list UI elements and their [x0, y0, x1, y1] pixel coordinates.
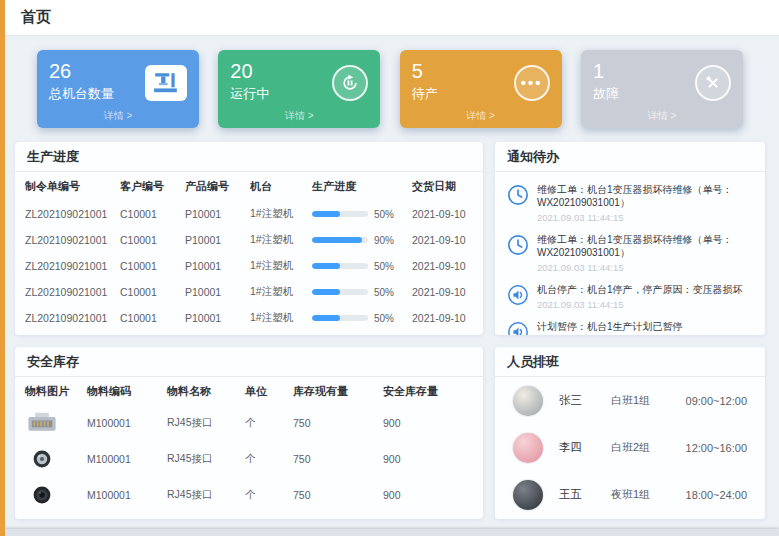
progress-percent: 90%	[374, 235, 394, 246]
machine-name: 1#注塑机	[250, 259, 312, 273]
col-machine: 机台	[250, 179, 312, 194]
panel-title: 生产进度	[15, 142, 483, 172]
shift-group: 白班2组	[611, 440, 685, 455]
notification-list: 维修工单：机台1变压器损坏待维修（单号：WX202109031001） 2021…	[495, 172, 765, 335]
progress-cell: 50%	[312, 209, 412, 220]
progress-cell: 50%	[312, 313, 412, 324]
table-row: ZL202109021001 C10001 P10001 1#注塑机 50% 2…	[15, 201, 483, 227]
safety-stock-panel: 安全库存 物料图片 物料编码 物料名称 单位 库存现有量 安全库存量	[15, 347, 483, 519]
product-no: P10001	[185, 208, 250, 220]
personnel-schedule-panel: 人员排班 张三 白班1组 09:00~12:00 李四 白班2组 12:00~1…	[495, 347, 765, 519]
machine-name: 1#注塑机	[250, 207, 312, 221]
notification-text: 计划暂停：机台1生产计划已暂停	[537, 320, 683, 333]
avatar	[513, 386, 543, 416]
unit: 个	[245, 416, 293, 430]
notification-text: 维修工单：机台1变压器损坏待维修（单号：WX202109031001）	[537, 233, 753, 259]
dashboard-page: 首页 26 总机台数量 详情 > 20	[5, 0, 779, 529]
machine-name: 1#注塑机	[250, 233, 312, 247]
clock-icon	[507, 184, 529, 206]
shift-group: 白班1组	[611, 393, 685, 408]
col-safety-stock: 安全库存量	[383, 384, 473, 399]
order-no: ZL202109021001	[25, 286, 120, 298]
material-code: M100001	[87, 417, 167, 429]
notification-time: 2021.09.03 11:44:15	[537, 212, 753, 223]
clock-icon	[507, 234, 529, 256]
stat-cards-row: 26 总机台数量 详情 > 20 运行中	[15, 50, 765, 128]
col-current-stock: 库存现有量	[293, 384, 383, 399]
notification-item[interactable]: 维修工单：机台1变压器损坏待维修（单号：WX202109031001） 2021…	[507, 228, 753, 278]
schedule-row: 李四 白班2组 12:00~16:00	[495, 424, 765, 471]
table-row: ZL202109021001 C10001 P10001 1#注塑机 50% 2…	[15, 305, 483, 331]
product-no: P10001	[185, 286, 250, 298]
progress-percent: 50%	[374, 313, 394, 324]
notification-item[interactable]: 计划暂停：机台1生产计划已暂停 2021.09.03 11:44:15	[507, 315, 753, 335]
material-code: M100001	[87, 453, 167, 465]
delivery-date: 2021-09-10	[412, 260, 473, 272]
stat-card-total-machines: 26 总机台数量 详情 >	[37, 50, 199, 128]
order-no: ZL202109021001	[25, 260, 120, 272]
unit: 个	[245, 452, 293, 466]
material-image-connector	[25, 446, 59, 472]
delivery-date: 2021-09-10	[412, 286, 473, 298]
customer-no: C10001	[120, 260, 185, 272]
table-row: ZL202109021001 C10001 P10001 1#注塑机 50% 2…	[15, 279, 483, 305]
notification-item[interactable]: 机台停产：机台1停产，停产原因：变压器损坏 2021.09.03 11:44:1…	[507, 278, 753, 315]
col-order: 制令单编号	[25, 179, 120, 194]
material-image-speaker	[25, 482, 59, 508]
progress-percent: 50%	[374, 209, 394, 220]
table-row: ZL202109021001 C10001 P10001 1#注塑机 50% 2…	[15, 253, 483, 279]
order-no: ZL202109021001	[25, 234, 120, 246]
progress-cell: 90%	[312, 235, 412, 246]
current-stock: 750	[293, 453, 383, 465]
table-header: 物料图片 物料编码 物料名称 单位 库存现有量 安全库存量	[15, 377, 483, 405]
notification-item[interactable]: 维修工单：机台1变压器损坏待维修（单号：WX202109031001） 2021…	[507, 178, 753, 228]
progress-bar	[312, 315, 368, 321]
customer-no: C10001	[120, 286, 185, 298]
safety-stock: 900	[383, 453, 473, 465]
panels-grid: 生产进度 制令单编号 客户编号 产品编号 机台 生产进度 交货日期 ZL2021…	[15, 142, 765, 519]
col-unit: 单位	[245, 384, 293, 399]
progress-bar	[312, 237, 368, 243]
detail-link[interactable]: 详情 >	[37, 109, 199, 123]
employee-name: 王五	[559, 487, 611, 502]
notification-text: 维修工单：机台1变压器损坏待维修（单号：WX202109031001）	[537, 183, 753, 209]
progress-percent: 50%	[374, 261, 394, 272]
product-no: P10001	[185, 312, 250, 324]
panel-title: 人员排班	[495, 347, 765, 377]
customer-no: C10001	[120, 234, 185, 246]
progress-bar	[312, 211, 368, 217]
delivery-date: 2021-09-10	[412, 234, 473, 246]
table-row: M100001 RJ45接口 个 750 900	[15, 405, 483, 441]
avatar	[513, 480, 543, 510]
progress-cell: 50%	[312, 261, 412, 272]
machine-name: 1#注塑机	[250, 311, 312, 325]
panel-title: 通知待办	[495, 142, 765, 172]
col-customer: 客户编号	[120, 179, 185, 194]
col-date: 交货日期	[412, 179, 473, 194]
tools-icon	[695, 65, 731, 101]
avatar	[513, 433, 543, 463]
detail-link[interactable]: 详情 >	[581, 109, 743, 123]
detail-link[interactable]: 详情 >	[400, 109, 562, 123]
notifications-panel: 通知待办 维修工单：机台1变压器损坏待维修（单号：WX202109031001）…	[495, 142, 765, 335]
employee-name: 张三	[559, 393, 611, 408]
col-material-name: 物料名称	[167, 384, 245, 399]
shift-group: 夜班1组	[611, 487, 685, 502]
stat-card-standby: 5 待产 ••• 详情 >	[400, 50, 562, 128]
page-title: 首页	[21, 8, 51, 27]
window-left-edge	[0, 0, 5, 536]
page-header: 首页	[5, 0, 779, 36]
shift-time: 09:00~12:00	[685, 395, 747, 407]
order-no: ZL202109021001	[25, 208, 120, 220]
progress-bar	[312, 289, 368, 295]
stat-card-running: 20 运行中 详情 >	[218, 50, 380, 128]
safety-stock: 900	[383, 417, 473, 429]
col-product: 产品编号	[185, 179, 250, 194]
delivery-date: 2021-09-10	[412, 208, 473, 220]
detail-link[interactable]: 详情 >	[218, 109, 380, 123]
table-header: 制令单编号 客户编号 产品编号 机台 生产进度 交货日期	[15, 172, 483, 201]
speaker-icon	[507, 284, 529, 306]
panel-title: 安全库存	[15, 347, 483, 377]
shift-time: 18:00~24:00	[685, 489, 747, 501]
table-row: ZL202109021001 C10001 P10001 1#注塑机 90% 2…	[15, 227, 483, 253]
